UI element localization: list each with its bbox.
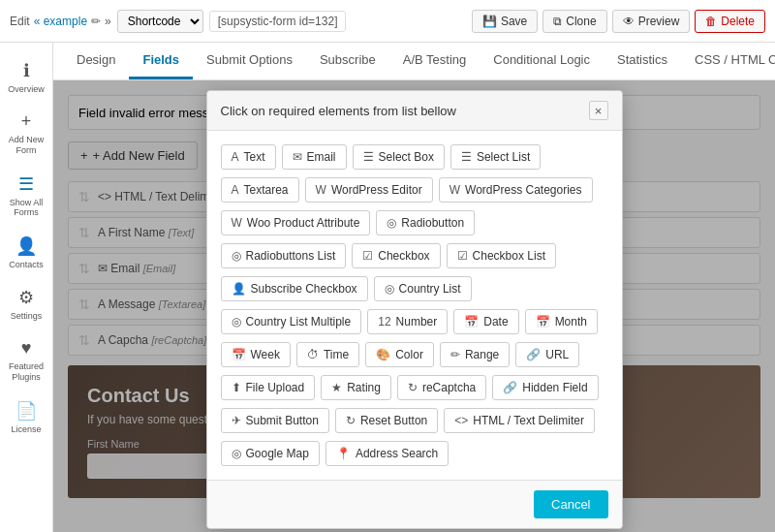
field-type-rating-button[interactable]: ★ Rating xyxy=(321,375,391,400)
field-btn-row-4: ◎ Radiobuttons List ☑ Checkbox ☑ Checkbo… xyxy=(221,243,608,268)
field-btn-row-2: A Textarea W WordPress Editor W WordPres… xyxy=(221,177,608,203)
field-type-country-list-button[interactable]: ◎ Country List xyxy=(374,276,472,301)
checkbox-list-icon: ☑ xyxy=(457,249,468,263)
field-type-recaptcha-button[interactable]: ↻ reCaptcha xyxy=(397,375,486,400)
textarea-icon: A xyxy=(232,183,239,197)
sidebar-item-overview[interactable]: ℹ Overview xyxy=(0,52,52,102)
number-icon: 12 xyxy=(378,315,390,329)
field-type-country-list-multiple-button[interactable]: ◎ Country List Multiple xyxy=(221,309,362,334)
url-icon: 🔗 xyxy=(526,348,541,361)
modal-overlay: Click on required elements from list bel… xyxy=(53,80,775,532)
field-btn-row-7: 📅 Week ⏱ Time 🎨 Color ✏ Range xyxy=(221,342,608,367)
field-type-range-button[interactable]: ✏ Range xyxy=(440,342,510,367)
radio-list-icon: ◎ xyxy=(232,249,241,263)
tab-fields[interactable]: Fields xyxy=(129,43,193,79)
example-link[interactable]: « example xyxy=(34,15,87,28)
field-type-date-button[interactable]: 📅 Date xyxy=(453,309,518,334)
field-type-woo-product-attribute-button[interactable]: W Woo Product Attribute xyxy=(221,210,371,235)
sidebar-label-settings: Settings xyxy=(11,311,43,321)
field-type-html-delimiter-button[interactable]: <> HTML / Text Delimiter xyxy=(444,408,595,433)
select-list-icon: ☰ xyxy=(461,150,472,164)
field-type-google-map-button[interactable]: ◎ Google Map xyxy=(221,441,320,466)
field-type-hidden-field-button[interactable]: 🔗 Hidden Field xyxy=(492,375,598,400)
sidebar-item-featured-plugins[interactable]: ♥ Featured Plugins xyxy=(0,330,52,391)
modal-body: A Text ✉ Email ☰ Select Box ☰ Select Lis… xyxy=(207,131,622,480)
field-type-submit-button-button[interactable]: ✈ Submit Button xyxy=(221,408,329,433)
tab-submit-options[interactable]: Submit Options xyxy=(193,43,306,79)
clone-button[interactable]: ⧉ Clone xyxy=(542,10,606,33)
recaptcha-icon: ↻ xyxy=(408,381,418,394)
save-button[interactable]: 💾 Save xyxy=(472,10,538,33)
tab-conditional-logic[interactable]: Conditional Logic xyxy=(480,43,604,79)
sidebar-item-show-all-forms[interactable]: ☰ Show All Forms xyxy=(0,166,52,227)
field-type-wp-editor-button[interactable]: W WordPress Editor xyxy=(305,177,433,203)
settings-icon: ⚙ xyxy=(18,287,34,308)
field-type-radiobuttons-list-button[interactable]: ◎ Radiobuttons List xyxy=(221,243,347,268)
field-type-address-search-button[interactable]: 📍 Address Search xyxy=(326,441,449,466)
modal-header: Click on required elements from list bel… xyxy=(207,91,622,131)
sidebar-label-overview: Overview xyxy=(8,84,45,94)
week-icon: 📅 xyxy=(232,348,246,361)
modal-footer: Cancel xyxy=(207,480,622,528)
cancel-button[interactable]: Cancel xyxy=(534,490,607,518)
field-type-checkbox-button[interactable]: ☑ Checkbox xyxy=(352,243,440,268)
field-btn-row-9: ✈ Submit Button ↻ Reset Button <> HTML /… xyxy=(221,408,608,433)
checkbox-icon: ☑ xyxy=(362,249,373,263)
month-icon: 📅 xyxy=(536,315,550,329)
delete-button[interactable]: 🗑 Delete xyxy=(695,10,765,33)
content-body: Field invalid error message ? + + Add Ne… xyxy=(53,80,775,532)
top-bar: Edit « example ✏ » Shortcode [supsystic-… xyxy=(0,0,775,43)
subscribe-icon: 👤 xyxy=(232,282,246,296)
email-icon: ✉ xyxy=(293,150,302,164)
field-type-textarea-button[interactable]: A Textarea xyxy=(221,177,299,203)
field-btn-row-1: A Text ✉ Email ☰ Select Box ☰ Select Lis… xyxy=(221,144,608,170)
field-type-modal: Click on required elements from list bel… xyxy=(206,90,623,529)
shortcode-type-select[interactable]: Shortcode xyxy=(117,10,203,33)
field-btn-row-5: 👤 Subscribe Checkbox ◎ Country List xyxy=(221,276,608,301)
field-type-file-upload-button[interactable]: ⬆ File Upload xyxy=(221,375,316,400)
wp-editor-icon: W xyxy=(316,183,326,197)
info-icon: ℹ xyxy=(23,60,30,81)
top-bar-actions: 💾 Save ⧉ Clone 👁 Preview 🗑 Delete xyxy=(472,10,765,33)
field-btn-row-10: ◎ Google Map 📍 Address Search xyxy=(221,441,608,466)
date-icon: 📅 xyxy=(464,315,479,329)
field-type-email-button[interactable]: ✉ Email xyxy=(282,144,347,170)
field-type-month-button[interactable]: 📅 Month xyxy=(525,309,598,334)
field-type-subscribe-checkbox-button[interactable]: 👤 Subscribe Checkbox xyxy=(221,276,368,301)
tab-css-html[interactable]: CSS / HTML Code xyxy=(681,43,775,79)
field-type-select-box-button[interactable]: ☰ Select Box xyxy=(353,144,445,170)
field-type-checkbox-list-button[interactable]: ☑ Checkbox List xyxy=(447,243,556,268)
reset-icon: ↻ xyxy=(346,414,356,427)
breadcrumb: Edit « example ✏ » xyxy=(10,15,111,28)
tab-ab-testing[interactable]: A/B Testing xyxy=(389,43,480,79)
content-area: Design Fields Submit Options Subscribe A… xyxy=(53,43,775,532)
field-type-number-button[interactable]: 12 Number xyxy=(367,309,448,334)
field-type-time-button[interactable]: ⏱ Time xyxy=(296,342,359,367)
list-icon: ☰ xyxy=(18,173,34,195)
radio-icon: ◎ xyxy=(387,216,396,230)
sidebar-item-contacts[interactable]: 👤 Contacts xyxy=(0,228,52,277)
tab-subscribe[interactable]: Subscribe xyxy=(306,43,389,79)
sidebar-item-license[interactable]: 📄 License xyxy=(0,392,52,442)
field-type-color-button[interactable]: 🎨 Color xyxy=(365,342,434,367)
field-type-week-button[interactable]: 📅 Week xyxy=(221,342,291,367)
sidebar: ℹ Overview + Add New Form ☰ Show All For… xyxy=(0,43,53,532)
sidebar-item-add-new-form[interactable]: + Add New Form xyxy=(0,104,52,164)
text-icon: A xyxy=(232,150,239,164)
rating-icon: ★ xyxy=(331,381,342,394)
field-type-text-button[interactable]: A Text xyxy=(221,144,276,170)
modal-close-button[interactable]: × xyxy=(589,101,608,120)
preview-button[interactable]: 👁 Preview xyxy=(612,10,691,33)
range-icon: ✏ xyxy=(450,348,460,361)
field-type-radiobutton-button[interactable]: ◎ Radiobutton xyxy=(376,210,475,235)
country-list-icon: ◎ xyxy=(385,282,394,296)
field-type-reset-button-button[interactable]: ↻ Reset Button xyxy=(335,408,438,433)
tab-design[interactable]: Design xyxy=(63,43,129,79)
field-type-wp-categories-button[interactable]: W WordPress Categories xyxy=(439,177,593,203)
hidden-field-icon: 🔗 xyxy=(503,381,517,394)
sidebar-item-settings[interactable]: ⚙ Settings xyxy=(0,279,52,329)
main-layout: ℹ Overview + Add New Form ☰ Show All For… xyxy=(0,43,775,532)
field-type-select-list-button[interactable]: ☰ Select List xyxy=(450,144,541,170)
tab-statistics[interactable]: Statistics xyxy=(604,43,681,79)
field-type-url-button[interactable]: 🔗 URL xyxy=(515,342,579,367)
